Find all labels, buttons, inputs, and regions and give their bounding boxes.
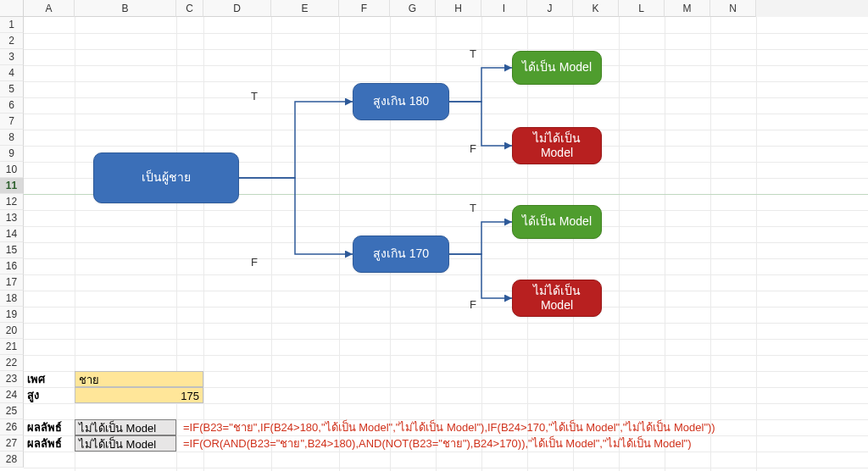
flowchart-leaf-model[interactable]: ได้เป็น Model (512, 51, 602, 85)
flowchart-leaf-notmodel[interactable]: ไม่ได้เป็น Model (512, 280, 602, 317)
cell-b23-gender[interactable]: ชาย (75, 371, 203, 387)
row-header-11[interactable]: 11 (0, 178, 24, 194)
column-header-f[interactable]: F (339, 0, 390, 17)
column-header-g[interactable]: G (390, 0, 436, 17)
row-header-28[interactable]: 28 (0, 452, 24, 468)
flowchart-label-t: T (470, 47, 476, 60)
cell-grid[interactable]: เป็นผู้ชาย T F สูงเกิน 180 สูงเกิน 170 T… (24, 17, 868, 471)
cell-a23-label[interactable]: เพศ (24, 371, 75, 387)
cell-b27-result[interactable]: ไม่ได้เป็น Model (75, 435, 176, 452)
column-header-b[interactable]: B (75, 0, 176, 17)
flowchart-leaf-notmodel[interactable]: ไม่ได้เป็น Model (512, 127, 602, 164)
flowchart-node-height180[interactable]: สูงเกิน 180 (353, 83, 449, 120)
flowchart-label-f: F (251, 256, 258, 269)
row-header-19[interactable]: 19 (0, 307, 24, 323)
column-header-e[interactable]: E (271, 0, 339, 17)
column-header-l[interactable]: L (619, 0, 665, 17)
row-header-5[interactable]: 5 (0, 81, 24, 97)
column-header-k[interactable]: K (573, 0, 619, 17)
row-header-17[interactable]: 17 (0, 274, 24, 291)
flowchart-node-height170[interactable]: สูงเกิน 170 (353, 236, 449, 273)
cell-c27-formula[interactable]: =IF(OR(AND(B23="ชาย",B24>180),AND(NOT(B2… (180, 435, 858, 452)
column-header-row: ABCDEFGHIJKLMN (0, 0, 868, 17)
cell-a26-label[interactable]: ผลลัพธ์ (24, 419, 75, 435)
column-header-a[interactable]: A (24, 0, 75, 17)
column-header-m[interactable]: M (665, 0, 710, 17)
row-header-27[interactable]: 27 (0, 435, 24, 452)
row-header-8[interactable]: 8 (0, 130, 24, 146)
row-header-20[interactable]: 20 (0, 323, 24, 339)
column-header-i[interactable]: I (481, 0, 527, 17)
row-header-25[interactable]: 25 (0, 403, 24, 419)
cell-c26-formula[interactable]: =IF(B23="ชาย",IF(B24>180,"ได้เป็น Model"… (180, 419, 858, 435)
row-header-1[interactable]: 1 (0, 17, 24, 33)
row-header-6[interactable]: 6 (0, 97, 24, 114)
flowchart-leaf-model[interactable]: ได้เป็น Model (512, 205, 602, 239)
row-header-7[interactable]: 7 (0, 114, 24, 130)
flowchart-label-f: F (470, 298, 476, 311)
row-header-26[interactable]: 26 (0, 419, 24, 435)
row-header-22[interactable]: 22 (0, 355, 24, 371)
cell-a24-label[interactable]: สูง (24, 387, 75, 403)
flowchart-node-root[interactable]: เป็นผู้ชาย (93, 152, 239, 203)
row-header-col: 1234567891011121314151617181920212223242… (0, 17, 24, 468)
column-header-d[interactable]: D (203, 0, 271, 17)
cell-b26-result[interactable]: ไม่ได้เป็น Model (75, 419, 176, 435)
row-header-9[interactable]: 9 (0, 146, 24, 162)
row-header-23[interactable]: 23 (0, 371, 24, 387)
row-header-13[interactable]: 13 (0, 210, 24, 226)
row-header-12[interactable]: 12 (0, 194, 24, 210)
column-header-j[interactable]: J (527, 0, 573, 17)
flowchart-label-t: T (470, 202, 476, 214)
spreadsheet: ABCDEFGHIJKLMN 1234567891011121314151617… (0, 0, 868, 471)
cell-a27-label[interactable]: ผลลัพธ์ (24, 435, 75, 452)
row-header-21[interactable]: 21 (0, 339, 24, 355)
cell-b24-height[interactable]: 175 (75, 387, 203, 403)
row-header-4[interactable]: 4 (0, 65, 24, 81)
column-header-c[interactable]: C (176, 0, 203, 17)
flowchart-label-t: T (251, 90, 258, 103)
select-all-triangle[interactable] (0, 0, 24, 17)
row-header-18[interactable]: 18 (0, 291, 24, 307)
row-header-16[interactable]: 16 (0, 258, 24, 274)
column-header-h[interactable]: H (436, 0, 481, 17)
row-header-2[interactable]: 2 (0, 33, 24, 49)
row-header-3[interactable]: 3 (0, 49, 24, 65)
column-header-n[interactable]: N (710, 0, 756, 17)
row-header-10[interactable]: 10 (0, 162, 24, 178)
row-header-24[interactable]: 24 (0, 387, 24, 403)
flowchart-label-f: F (470, 142, 476, 155)
row-header-15[interactable]: 15 (0, 242, 24, 258)
row-header-14[interactable]: 14 (0, 226, 24, 242)
